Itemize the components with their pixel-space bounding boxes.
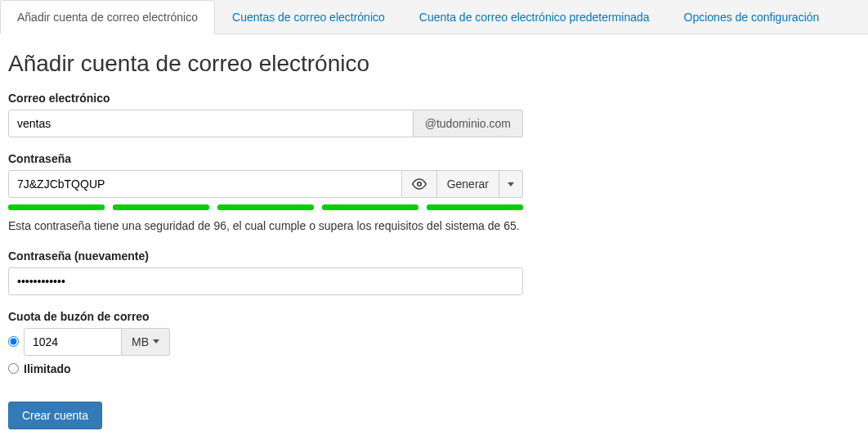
password-input[interactable] bbox=[8, 170, 402, 198]
tab-config-options[interactable]: Opciones de configuración bbox=[667, 0, 837, 34]
password-confirm-field-group: Contraseña (nuevamente) bbox=[8, 249, 860, 295]
strength-segment bbox=[8, 204, 105, 210]
quota-unit-label: MB bbox=[132, 335, 149, 348]
password-confirm-label: Contraseña (nuevamente) bbox=[8, 249, 860, 263]
password-strength-text: Esta contraseña tiene una seguridad de 9… bbox=[8, 218, 662, 235]
email-domain-addon: @tudominio.com bbox=[414, 110, 523, 137]
password-confirm-input[interactable] bbox=[8, 267, 523, 295]
email-input[interactable] bbox=[8, 110, 414, 137]
password-strength-bar bbox=[8, 204, 523, 210]
strength-segment bbox=[322, 204, 418, 210]
tab-add-account[interactable]: Añadir cuenta de correo electrónico bbox=[0, 0, 215, 34]
email-field-group: Correo electrónico @tudominio.com bbox=[8, 92, 860, 137]
strength-segment bbox=[427, 204, 523, 210]
quota-specific-radio[interactable] bbox=[8, 336, 19, 347]
quota-unit-dropdown[interactable]: MB bbox=[122, 328, 170, 356]
tabs-bar: Añadir cuenta de correo electrónico Cuen… bbox=[0, 0, 868, 34]
caret-down-icon bbox=[153, 339, 159, 343]
tab-accounts[interactable]: Cuentas de correo electrónico bbox=[215, 0, 402, 34]
password-label: Contraseña bbox=[8, 152, 860, 165]
quota-field-group: Cuota de buzón de correo MB Ilimitado bbox=[8, 310, 860, 375]
page-title: Añadir cuenta de correo electrónico bbox=[8, 51, 860, 77]
generate-password-button[interactable]: Generar bbox=[437, 170, 499, 198]
quota-unlimited-label: Ilimitado bbox=[24, 362, 71, 375]
tab-default-account[interactable]: Cuenta de correo electrónico predetermin… bbox=[402, 0, 667, 34]
email-label: Correo electrónico bbox=[8, 92, 860, 105]
content-area: Añadir cuenta de correo electrónico Corr… bbox=[0, 34, 868, 440]
caret-down-icon bbox=[508, 182, 514, 186]
password-field-group: Contraseña Generar Esta contraseña tiene… bbox=[8, 152, 860, 235]
generate-password-dropdown-button[interactable] bbox=[499, 170, 523, 198]
toggle-password-visibility-button[interactable] bbox=[402, 170, 437, 198]
eye-icon bbox=[412, 177, 427, 191]
quota-value-input[interactable] bbox=[24, 328, 122, 356]
svg-point-0 bbox=[417, 182, 421, 186]
quota-label: Cuota de buzón de correo bbox=[8, 310, 860, 323]
strength-segment bbox=[113, 204, 209, 210]
create-account-button[interactable]: Crear cuenta bbox=[8, 402, 102, 429]
strength-segment bbox=[217, 204, 314, 210]
quota-unlimited-radio[interactable] bbox=[8, 363, 19, 374]
